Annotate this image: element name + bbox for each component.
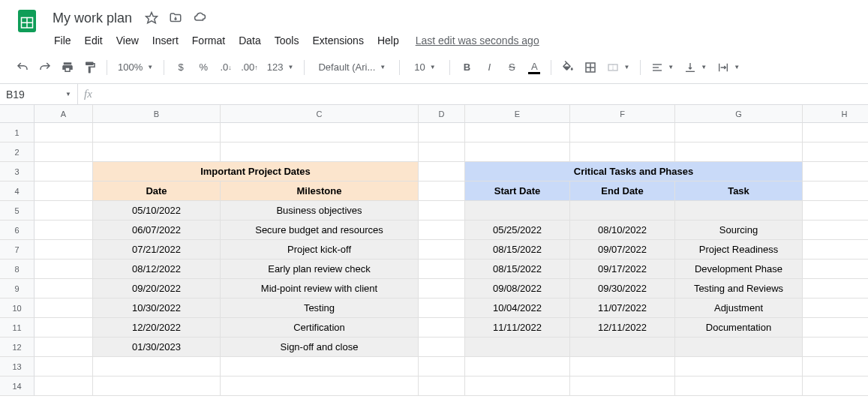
- cell[interactable]: [35, 279, 93, 298]
- cell[interactable]: 08/15/2022: [465, 260, 570, 279]
- cell[interactable]: [35, 376, 93, 396]
- cell[interactable]: [803, 220, 868, 240]
- cell[interactable]: [419, 318, 465, 338]
- cell[interactable]: 10/04/2022: [465, 298, 570, 318]
- text-wrap-button[interactable]: ▼: [713, 57, 744, 78]
- vertical-align-button[interactable]: ▼: [680, 57, 711, 78]
- cell[interactable]: [675, 123, 803, 142]
- cell[interactable]: 09/08/2022: [465, 279, 570, 298]
- merged-header-right[interactable]: Critical Tasks and Phases: [465, 162, 803, 182]
- cell[interactable]: [675, 142, 803, 162]
- column-header-D[interactable]: D: [419, 105, 465, 123]
- cell[interactable]: [675, 338, 803, 357]
- select-all-corner[interactable]: [0, 105, 35, 123]
- row-header-9[interactable]: 9: [0, 279, 35, 298]
- cell[interactable]: [35, 201, 93, 220]
- cell[interactable]: [35, 318, 93, 338]
- cell[interactable]: 09/30/2022: [570, 279, 675, 298]
- print-button[interactable]: [57, 57, 78, 78]
- cell[interactable]: [803, 123, 868, 142]
- cell[interactable]: [419, 240, 465, 260]
- cell[interactable]: 08/15/2022: [465, 240, 570, 260]
- menu-edit[interactable]: Edit: [79, 32, 109, 50]
- decrease-decimal-button[interactable]: .0↓: [215, 57, 236, 78]
- cell[interactable]: [570, 357, 675, 376]
- column-header-H[interactable]: H: [803, 105, 868, 123]
- fill-color-button[interactable]: [557, 57, 578, 78]
- cell[interactable]: 10/30/2022: [93, 298, 221, 318]
- cell[interactable]: [419, 357, 465, 376]
- undo-button[interactable]: [12, 57, 33, 78]
- cell[interactable]: Milestone: [221, 182, 419, 201]
- menu-file[interactable]: File: [48, 32, 77, 50]
- cell[interactable]: Date: [93, 182, 221, 201]
- merged-header-left[interactable]: Important Project Dates: [93, 162, 419, 182]
- star-icon[interactable]: [143, 9, 161, 27]
- redo-button[interactable]: [35, 57, 56, 78]
- cell[interactable]: [419, 142, 465, 162]
- cell[interactable]: Business objectives: [221, 201, 419, 220]
- row-header-14[interactable]: 14: [0, 376, 35, 396]
- zoom-dropdown[interactable]: 100%▼: [113, 57, 158, 78]
- name-box[interactable]: B19▼: [0, 84, 78, 104]
- cell[interactable]: [93, 123, 221, 142]
- sheets-logo[interactable]: [12, 6, 42, 36]
- cell[interactable]: [803, 260, 868, 279]
- cell[interactable]: [419, 201, 465, 220]
- cell[interactable]: [221, 376, 419, 396]
- column-header-C[interactable]: C: [221, 105, 419, 123]
- cell[interactable]: [35, 162, 93, 182]
- cell[interactable]: Sign-off and close: [221, 338, 419, 357]
- cell[interactable]: 08/10/2022: [570, 220, 675, 240]
- cell[interactable]: Sourcing: [675, 220, 803, 240]
- cell[interactable]: 09/17/2022: [570, 260, 675, 279]
- cloud-status-icon[interactable]: [191, 9, 209, 27]
- row-header-2[interactable]: 2: [0, 142, 35, 162]
- cell[interactable]: [35, 142, 93, 162]
- horizontal-align-button[interactable]: ▼: [647, 57, 678, 78]
- cell[interactable]: [803, 298, 868, 318]
- menu-insert[interactable]: Insert: [146, 32, 185, 50]
- cell[interactable]: [803, 338, 868, 357]
- row-header-5[interactable]: 5: [0, 201, 35, 220]
- menu-extensions[interactable]: Extensions: [306, 32, 369, 50]
- column-header-F[interactable]: F: [570, 105, 675, 123]
- cell[interactable]: [570, 142, 675, 162]
- column-header-A[interactable]: A: [35, 105, 93, 123]
- row-header-12[interactable]: 12: [0, 338, 35, 357]
- cell[interactable]: [465, 376, 570, 396]
- cell[interactable]: [675, 357, 803, 376]
- merge-cells-button[interactable]: ▼: [602, 57, 634, 78]
- row-header-3[interactable]: 3: [0, 162, 35, 182]
- cell[interactable]: [570, 201, 675, 220]
- cell[interactable]: [35, 357, 93, 376]
- row-header-13[interactable]: 13: [0, 357, 35, 376]
- row-header-6[interactable]: 6: [0, 220, 35, 240]
- cell[interactable]: [803, 162, 868, 182]
- menu-tools[interactable]: Tools: [269, 32, 305, 50]
- cell[interactable]: [570, 376, 675, 396]
- cell[interactable]: Adjustment: [675, 298, 803, 318]
- cell[interactable]: [221, 357, 419, 376]
- cell[interactable]: Task: [675, 182, 803, 201]
- cell[interactable]: [675, 201, 803, 220]
- cell[interactable]: [35, 240, 93, 260]
- cell[interactable]: [35, 123, 93, 142]
- cell[interactable]: [35, 260, 93, 279]
- strikethrough-button[interactable]: S: [501, 57, 522, 78]
- last-edit-link[interactable]: Last edit was seconds ago: [416, 34, 539, 46]
- text-color-button[interactable]: A: [524, 57, 545, 78]
- font-size-dropdown[interactable]: 10▼: [406, 57, 443, 78]
- cell[interactable]: [419, 123, 465, 142]
- cell[interactable]: [419, 376, 465, 396]
- cell[interactable]: [93, 142, 221, 162]
- cell[interactable]: [35, 338, 93, 357]
- cell[interactable]: Early plan review check: [221, 260, 419, 279]
- row-header-8[interactable]: 8: [0, 260, 35, 279]
- cell[interactable]: [419, 162, 465, 182]
- row-header-1[interactable]: 1: [0, 123, 35, 142]
- cell[interactable]: Testing: [221, 298, 419, 318]
- cell[interactable]: [419, 260, 465, 279]
- borders-button[interactable]: [580, 57, 601, 78]
- cell[interactable]: [35, 220, 93, 240]
